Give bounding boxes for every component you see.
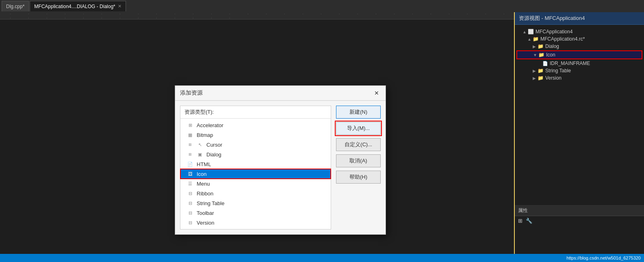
- icon-file-icon: 🖼: [187, 171, 193, 177]
- status-right: https://blog.csdn.net/w501d_6275320: [566, 256, 641, 260]
- root-icon: ⬜: [528, 29, 534, 35]
- modal-body: 资源类型(T): ⊞ Accelerator ▦ Bitmap ⊞ ↖: [175, 101, 386, 234]
- icon-folder-label: Icon: [546, 52, 555, 58]
- menu-label: Menu: [197, 181, 210, 187]
- icon-label: Icon: [197, 171, 207, 177]
- version-arrow: ▶: [531, 76, 538, 80]
- right-panel-title: 资源视图 - MFCApplication4: [519, 15, 585, 21]
- list-item-icon[interactable]: 🖼 Icon: [180, 169, 331, 179]
- ribbon-label: Ribbon: [197, 191, 213, 197]
- string-table-icon: ⊟: [187, 200, 193, 206]
- properties-icon-2[interactable]: 🔧: [526, 218, 532, 224]
- modal-list: ⊞ Accelerator ▦ Bitmap ⊞ ↖ Cursor: [180, 119, 331, 229]
- cursor-icon: ↖: [197, 141, 203, 148]
- tab-close-button[interactable]: ✕: [118, 4, 121, 9]
- modal-close-button[interactable]: ✕: [373, 89, 381, 97]
- dialog-folder-icon: 📁: [538, 43, 544, 49]
- status-bar: https://blog.csdn.net/w501d_6275320: [0, 254, 644, 262]
- icon-folder-arrow: ▼: [532, 53, 538, 57]
- idr-label: IDR_MAINFRAME: [550, 61, 590, 66]
- accelerator-icon: ⊞: [187, 122, 193, 128]
- tab-dlg-cpp-label: Dlg.cpp*: [6, 4, 24, 9]
- tab-mfc-dialog[interactable]: MFCApplication4....DIALOG - Dialog* ✕: [30, 1, 126, 11]
- dialog-icon: ▣: [197, 151, 203, 158]
- properties-toolbar: ⊞ 🔧: [515, 216, 644, 225]
- modal-titlebar: 添加资源 ✕: [175, 86, 386, 101]
- tree-version-folder[interactable]: ▶ 📁 Version: [516, 74, 642, 82]
- tab-bar: Dlg.cpp* MFCApplication4....DIALOG - Dia…: [0, 0, 644, 12]
- tree-rc-file[interactable]: ▲ 📁 MFCApplication4.rc*: [516, 35, 642, 43]
- rc-arrow: ▲: [526, 37, 533, 41]
- modal-buttons-section: 新建(N) 导入(M)... 自定义(C)... 取消(A) 帮助(H): [336, 106, 381, 230]
- status-url: https://blog.csdn.net/w501d_6275320: [566, 256, 641, 260]
- list-item-cursor[interactable]: ⊞ ↖ Cursor: [180, 140, 331, 149]
- list-item-string-table[interactable]: ⊟ String Table: [180, 198, 331, 208]
- list-item-version[interactable]: ⊟ Version: [180, 218, 331, 227]
- list-item-ribbon[interactable]: ⊟ Ribbon: [180, 188, 331, 198]
- tab-mfc-dialog-label: MFCApplication4....DIALOG - Dialog*: [34, 4, 115, 9]
- right-panel-header: 资源视图 - MFCApplication4: [515, 12, 644, 25]
- rc-label: MFCApplication4.rc*: [540, 36, 585, 42]
- root-arrow: ▲: [521, 30, 528, 34]
- menu-icon: ☰: [187, 180, 193, 187]
- string-table-label: String Table: [197, 200, 224, 206]
- toolbar-icon: ⊟: [187, 210, 193, 216]
- resource-tree: ▲ ⬜ MFCApplication4 ▲ 📁 MFCApplication4.…: [515, 25, 644, 205]
- version-folder-label: Version: [545, 75, 562, 81]
- main-area: · · · · · · · · · · · · · · · · · · · · …: [0, 12, 644, 254]
- list-item-menu[interactable]: ☰ Menu: [180, 179, 331, 188]
- string-table-folder-icon: 📁: [538, 68, 544, 74]
- tab-dlg-cpp[interactable]: Dlg.cpp*: [2, 1, 29, 11]
- editor-area: · · · · · · · · · · · · · · · · · · · · …: [0, 12, 514, 254]
- accelerator-label: Accelerator: [197, 122, 223, 128]
- string-table-folder-label: String Table: [545, 68, 571, 74]
- modal-cancel-button[interactable]: 取消(A): [336, 154, 381, 167]
- modal-list-section: 资源类型(T): ⊞ Accelerator ▦ Bitmap ⊞ ↖: [180, 106, 331, 230]
- list-item-html[interactable]: 📄 HTML: [180, 159, 331, 169]
- bitmap-label: Bitmap: [197, 132, 213, 138]
- properties-icon-1[interactable]: ⊞: [518, 218, 523, 224]
- version-folder-icon: 📁: [538, 75, 544, 81]
- tree-icon-folder[interactable]: ▼ 📁 Icon: [516, 50, 642, 59]
- html-icon: 📄: [187, 161, 193, 167]
- list-item-bitmap[interactable]: ▦ Bitmap: [180, 130, 331, 140]
- right-bottom-panel: 属性 ⊞ 🔧: [515, 205, 644, 254]
- list-item-toolbar[interactable]: ⊟ Toolbar: [180, 208, 331, 218]
- modal-custom-button[interactable]: 自定义(C)...: [336, 138, 381, 151]
- version-label: Version: [197, 220, 214, 226]
- tree-string-table-folder[interactable]: ▶ 📁 String Table: [516, 67, 642, 74]
- properties-title: 属性: [518, 208, 528, 213]
- dialog-expand-icon[interactable]: ⊞: [187, 151, 193, 158]
- properties-header: 属性: [515, 206, 644, 216]
- list-item-dialog[interactable]: ⊞ ▣ Dialog: [180, 149, 331, 159]
- dialog-folder-arrow: ▶: [531, 44, 538, 49]
- tree-dialog-folder[interactable]: ▶ 📁 Dialog: [516, 43, 642, 50]
- ribbon-icon: ⊟: [187, 190, 193, 197]
- rc-icon: 📁: [533, 36, 539, 42]
- modal-help-button[interactable]: 帮助(H): [336, 171, 381, 184]
- tree-root[interactable]: ▲ ⬜ MFCApplication4: [516, 28, 642, 35]
- modal-list-header: 资源类型(T):: [180, 106, 331, 119]
- version-icon: ⊟: [187, 219, 193, 226]
- idr-file-icon: 📄: [542, 61, 548, 66]
- bitmap-icon: ▦: [187, 132, 193, 138]
- icon-folder-icon: 📁: [538, 52, 544, 58]
- cursor-label: Cursor: [206, 142, 222, 148]
- string-table-arrow: ▶: [531, 69, 538, 73]
- right-panel: 资源视图 - MFCApplication4 ▲ ⬜ MFCApplicatio…: [514, 12, 644, 254]
- root-label: MFCApplication4: [536, 29, 572, 35]
- modal-dialog: 添加资源 ✕ 资源类型(T): ⊞ Accelerator ▦ Bitmap: [175, 85, 386, 235]
- toolbar-label: Toolbar: [197, 210, 214, 216]
- cursor-expand-icon[interactable]: ⊞: [187, 141, 193, 148]
- list-item-accelerator[interactable]: ⊞ Accelerator: [180, 120, 331, 130]
- dialog-folder-label: Dialog: [545, 43, 559, 49]
- modal-new-button[interactable]: 新建(N): [336, 106, 381, 119]
- modal-import-button[interactable]: 导入(M)...: [336, 122, 381, 135]
- ruler: · · · · · · · · · · · · · · · · · · · · …: [0, 12, 514, 19]
- dialog-label: Dialog: [206, 152, 221, 158]
- html-label: HTML: [197, 161, 211, 167]
- tree-idr-mainframe[interactable]: 📄 IDR_MAINFRAME: [516, 60, 642, 67]
- modal-title: 添加资源: [180, 89, 203, 97]
